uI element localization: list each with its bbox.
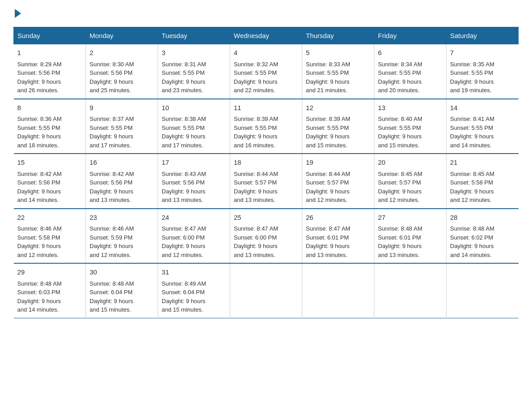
day-info: Sunrise: 8:48 AM Sunset: 6:02 PM Dayligh… [450, 224, 515, 259]
calendar-week-row: 29 Sunrise: 8:48 AM Sunset: 6:03 PM Dayl… [14, 263, 519, 318]
calendar-cell [374, 263, 446, 318]
calendar-cell: 2 Sunrise: 8:30 AM Sunset: 5:56 PM Dayli… [86, 44, 158, 99]
day-info: Sunrise: 8:34 AM Sunset: 5:55 PM Dayligh… [378, 60, 442, 95]
day-number: 8 [17, 103, 82, 113]
day-number: 30 [90, 267, 154, 278]
day-info: Sunrise: 8:41 AM Sunset: 5:55 PM Dayligh… [450, 115, 515, 150]
day-info: Sunrise: 8:36 AM Sunset: 5:55 PM Dayligh… [17, 115, 82, 150]
day-number: 9 [90, 103, 154, 113]
day-number: 19 [306, 158, 370, 168]
day-number: 20 [378, 158, 442, 168]
day-number: 26 [306, 213, 370, 223]
weekday-header-wednesday: Wednesday [230, 27, 302, 44]
day-number: 21 [450, 158, 515, 168]
day-info: Sunrise: 8:48 AM Sunset: 6:03 PM Dayligh… [17, 279, 82, 314]
day-info: Sunrise: 8:45 AM Sunset: 5:58 PM Dayligh… [450, 170, 515, 205]
weekday-header-monday: Monday [86, 27, 158, 44]
day-info: Sunrise: 8:29 AM Sunset: 5:56 PM Dayligh… [17, 60, 82, 95]
day-number: 7 [450, 48, 515, 58]
calendar-cell: 5 Sunrise: 8:33 AM Sunset: 5:55 PM Dayli… [302, 44, 374, 99]
day-number: 25 [234, 213, 298, 223]
day-info: Sunrise: 8:43 AM Sunset: 5:56 PM Dayligh… [162, 170, 226, 205]
calendar-week-row: 22 Sunrise: 8:46 AM Sunset: 5:58 PM Dayl… [14, 209, 519, 264]
calendar-cell [302, 263, 374, 318]
day-number: 17 [162, 158, 226, 168]
day-number: 11 [234, 103, 298, 113]
day-info: Sunrise: 8:48 AM Sunset: 6:04 PM Dayligh… [90, 279, 154, 314]
page-header [13, 9, 519, 18]
day-info: Sunrise: 8:44 AM Sunset: 5:57 PM Dayligh… [234, 170, 298, 205]
day-number: 31 [162, 267, 226, 278]
calendar-cell: 20 Sunrise: 8:45 AM Sunset: 5:57 PM Dayl… [374, 154, 446, 209]
calendar-table: SundayMondayTuesdayWednesdayThursdayFrid… [13, 27, 519, 318]
day-number: 5 [306, 48, 370, 58]
day-info: Sunrise: 8:32 AM Sunset: 5:55 PM Dayligh… [234, 60, 298, 95]
calendar-cell: 11 Sunrise: 8:39 AM Sunset: 5:55 PM Dayl… [230, 99, 302, 154]
day-number: 2 [90, 48, 154, 58]
day-number: 16 [90, 158, 154, 168]
calendar-cell: 15 Sunrise: 8:42 AM Sunset: 5:56 PM Dayl… [14, 154, 86, 209]
day-number: 28 [450, 213, 515, 223]
day-number: 15 [17, 158, 82, 168]
day-number: 12 [306, 103, 370, 113]
day-number: 22 [17, 213, 82, 223]
day-number: 23 [90, 213, 154, 223]
calendar-cell: 17 Sunrise: 8:43 AM Sunset: 5:56 PM Dayl… [158, 154, 230, 209]
day-info: Sunrise: 8:30 AM Sunset: 5:56 PM Dayligh… [90, 60, 154, 95]
calendar-cell: 30 Sunrise: 8:48 AM Sunset: 6:04 PM Dayl… [86, 263, 158, 318]
day-info: Sunrise: 8:31 AM Sunset: 5:55 PM Dayligh… [162, 60, 226, 95]
day-info: Sunrise: 8:49 AM Sunset: 6:04 PM Dayligh… [162, 279, 226, 314]
calendar-cell: 4 Sunrise: 8:32 AM Sunset: 5:55 PM Dayli… [230, 44, 302, 99]
calendar-week-row: 8 Sunrise: 8:36 AM Sunset: 5:55 PM Dayli… [14, 99, 519, 154]
weekday-header-thursday: Thursday [302, 27, 374, 44]
calendar-cell: 25 Sunrise: 8:47 AM Sunset: 6:00 PM Dayl… [230, 209, 302, 264]
day-info: Sunrise: 8:47 AM Sunset: 6:00 PM Dayligh… [162, 224, 226, 259]
day-number: 14 [450, 103, 515, 113]
logo-arrow-icon [15, 9, 21, 18]
weekday-header-sunday: Sunday [14, 27, 86, 44]
calendar-cell: 23 Sunrise: 8:46 AM Sunset: 5:59 PM Dayl… [86, 209, 158, 264]
calendar-week-row: 1 Sunrise: 8:29 AM Sunset: 5:56 PM Dayli… [14, 44, 519, 99]
calendar-cell: 29 Sunrise: 8:48 AM Sunset: 6:03 PM Dayl… [14, 263, 86, 318]
day-info: Sunrise: 8:39 AM Sunset: 5:55 PM Dayligh… [306, 115, 370, 150]
day-number: 29 [17, 267, 82, 278]
day-info: Sunrise: 8:42 AM Sunset: 5:56 PM Dayligh… [17, 170, 82, 205]
day-info: Sunrise: 8:46 AM Sunset: 5:59 PM Dayligh… [90, 224, 154, 259]
day-info: Sunrise: 8:35 AM Sunset: 5:55 PM Dayligh… [450, 60, 515, 95]
day-number: 13 [378, 103, 442, 113]
calendar-cell: 28 Sunrise: 8:48 AM Sunset: 6:02 PM Dayl… [446, 209, 519, 264]
day-info: Sunrise: 8:45 AM Sunset: 5:57 PM Dayligh… [378, 170, 442, 205]
day-info: Sunrise: 8:44 AM Sunset: 5:57 PM Dayligh… [306, 170, 370, 205]
calendar-cell: 12 Sunrise: 8:39 AM Sunset: 5:55 PM Dayl… [302, 99, 374, 154]
calendar-cell [230, 263, 302, 318]
day-number: 10 [162, 103, 226, 113]
day-number: 18 [234, 158, 298, 168]
day-info: Sunrise: 8:39 AM Sunset: 5:55 PM Dayligh… [234, 115, 298, 150]
calendar-cell: 13 Sunrise: 8:40 AM Sunset: 5:55 PM Dayl… [374, 99, 446, 154]
logo [13, 9, 21, 18]
calendar-cell: 7 Sunrise: 8:35 AM Sunset: 5:55 PM Dayli… [446, 44, 519, 99]
calendar-cell: 22 Sunrise: 8:46 AM Sunset: 5:58 PM Dayl… [14, 209, 86, 264]
calendar-cell: 24 Sunrise: 8:47 AM Sunset: 6:00 PM Dayl… [158, 209, 230, 264]
day-info: Sunrise: 8:33 AM Sunset: 5:55 PM Dayligh… [306, 60, 370, 95]
day-info: Sunrise: 8:38 AM Sunset: 5:55 PM Dayligh… [162, 115, 226, 150]
day-number: 24 [162, 213, 226, 223]
calendar-cell: 1 Sunrise: 8:29 AM Sunset: 5:56 PM Dayli… [14, 44, 86, 99]
calendar-cell: 26 Sunrise: 8:47 AM Sunset: 6:01 PM Dayl… [302, 209, 374, 264]
day-number: 6 [378, 48, 442, 58]
calendar-cell: 9 Sunrise: 8:37 AM Sunset: 5:55 PM Dayli… [86, 99, 158, 154]
day-info: Sunrise: 8:48 AM Sunset: 6:01 PM Dayligh… [378, 224, 442, 259]
calendar-cell: 18 Sunrise: 8:44 AM Sunset: 5:57 PM Dayl… [230, 154, 302, 209]
day-number: 27 [378, 213, 442, 223]
calendar-cell: 6 Sunrise: 8:34 AM Sunset: 5:55 PM Dayli… [374, 44, 446, 99]
calendar-cell [446, 263, 519, 318]
calendar-cell: 14 Sunrise: 8:41 AM Sunset: 5:55 PM Dayl… [446, 99, 519, 154]
weekday-header-tuesday: Tuesday [158, 27, 230, 44]
calendar-cell: 8 Sunrise: 8:36 AM Sunset: 5:55 PM Dayli… [14, 99, 86, 154]
day-info: Sunrise: 8:40 AM Sunset: 5:55 PM Dayligh… [378, 115, 442, 150]
calendar-cell: 10 Sunrise: 8:38 AM Sunset: 5:55 PM Dayl… [158, 99, 230, 154]
day-info: Sunrise: 8:37 AM Sunset: 5:55 PM Dayligh… [90, 115, 154, 150]
calendar-cell: 31 Sunrise: 8:49 AM Sunset: 6:04 PM Dayl… [158, 263, 230, 318]
day-number: 3 [162, 48, 226, 58]
weekday-header-saturday: Saturday [446, 27, 519, 44]
